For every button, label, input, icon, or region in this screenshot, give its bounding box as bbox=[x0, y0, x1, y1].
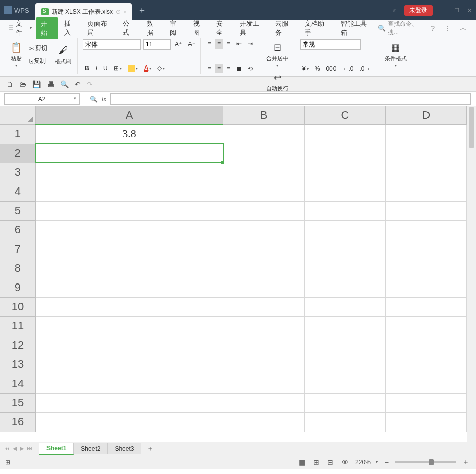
decrease-font-button[interactable]: A⁻ bbox=[186, 40, 197, 49]
print-icon[interactable]: 🖶 bbox=[47, 80, 54, 88]
comma-button[interactable]: 000 bbox=[324, 64, 338, 73]
tab-view[interactable]: 视图 bbox=[188, 17, 210, 39]
zoom-level[interactable]: 220% bbox=[355, 459, 371, 466]
row-header-5[interactable]: 5 bbox=[0, 201, 35, 220]
add-sheet-button[interactable]: ＋ bbox=[141, 444, 159, 453]
formula-input[interactable] bbox=[110, 93, 471, 105]
sheet-tab-3[interactable]: Sheet3 bbox=[108, 443, 141, 454]
wrap-text-button[interactable]: ↩ 自动换行 bbox=[263, 70, 292, 94]
row-header-1[interactable]: 1 bbox=[0, 124, 35, 144]
col-header-D[interactable]: D bbox=[386, 106, 467, 124]
command-search[interactable]: 🔍 查找命令、搜... bbox=[378, 20, 425, 37]
row-header-11[interactable]: 11 bbox=[0, 316, 35, 336]
row-header-2[interactable]: 2 bbox=[0, 144, 35, 163]
merge-center-button[interactable]: ⊟ 合并居中▾ bbox=[263, 39, 292, 70]
align-top-button[interactable]: ≡ bbox=[206, 39, 213, 49]
normal-view-icon[interactable]: ▦ bbox=[297, 458, 307, 466]
sheet-tab-1[interactable]: Sheet1 bbox=[39, 443, 74, 455]
print-preview-icon[interactable]: 🔍 bbox=[60, 80, 69, 88]
paste-button[interactable]: 📋 粘贴▾ bbox=[7, 39, 25, 70]
decrease-decimal-button[interactable]: .0→ bbox=[357, 64, 372, 73]
fill-color-button[interactable]: ▾ bbox=[126, 64, 140, 73]
tab-detach-icon[interactable]: ▫ bbox=[124, 8, 126, 15]
collapse-ribbon-icon[interactable]: ︿ bbox=[456, 24, 471, 33]
sheet-tab-2[interactable]: Sheet2 bbox=[74, 443, 108, 454]
select-all-corner[interactable] bbox=[0, 106, 35, 124]
cell-C1[interactable] bbox=[304, 124, 386, 144]
clear-format-button[interactable]: ◇▾ bbox=[155, 64, 167, 73]
col-header-A[interactable]: A bbox=[35, 106, 223, 124]
orientation-button[interactable]: ⟲ bbox=[246, 64, 255, 73]
increase-decimal-button[interactable]: ←.0 bbox=[340, 64, 355, 73]
save-icon[interactable]: 💾 bbox=[32, 80, 41, 88]
redo-icon[interactable]: ↷ bbox=[87, 80, 93, 88]
login-badge[interactable]: 未登录 bbox=[404, 5, 433, 16]
row-header-6[interactable]: 6 bbox=[0, 220, 35, 240]
new-icon[interactable]: 🗋 bbox=[6, 80, 13, 88]
cell-B1[interactable] bbox=[223, 124, 305, 144]
tab-review[interactable]: 审阅 bbox=[165, 17, 187, 39]
tab-home[interactable]: 开始 bbox=[36, 17, 58, 39]
more-icon[interactable]: ⋮ bbox=[440, 24, 455, 32]
zoom-out-button[interactable]: − bbox=[383, 458, 390, 466]
col-header-B[interactable]: B bbox=[223, 106, 305, 124]
increase-font-button[interactable]: A⁺ bbox=[173, 40, 184, 49]
font-name-select[interactable] bbox=[83, 39, 141, 50]
col-header-C[interactable]: C bbox=[304, 106, 386, 124]
row-header-3[interactable]: 3 bbox=[0, 163, 35, 182]
format-painter-button[interactable]: 🖌 格式刷 bbox=[52, 42, 74, 67]
row-header-12[interactable]: 12 bbox=[0, 336, 35, 355]
reading-view-icon[interactable]: 👁 bbox=[340, 458, 350, 466]
tab-cloud[interactable]: 云服务 bbox=[270, 17, 299, 39]
tab-smarttools[interactable]: 智能工具箱 bbox=[336, 17, 376, 39]
cell-A1[interactable]: 3.8 bbox=[35, 124, 223, 144]
number-format-select[interactable] bbox=[300, 39, 361, 50]
maximize-icon[interactable]: ☐ bbox=[454, 7, 459, 14]
row-header-13[interactable]: 13 bbox=[0, 355, 35, 374]
underline-button[interactable]: U bbox=[101, 64, 110, 73]
zoom-selection-icon[interactable]: 🔍 bbox=[90, 96, 98, 103]
currency-button[interactable]: ¥▾ bbox=[300, 64, 311, 73]
row-header-15[interactable]: 15 bbox=[0, 393, 35, 412]
row-header-16[interactable]: 16 bbox=[0, 412, 35, 432]
border-button[interactable]: ⊞▾ bbox=[112, 64, 124, 73]
name-box[interactable]: A2 bbox=[4, 93, 80, 105]
last-sheet-icon[interactable]: ⏭ bbox=[27, 445, 32, 452]
row-header-8[interactable]: 8 bbox=[0, 259, 35, 278]
conditional-format-button[interactable]: ▦ 条件格式▾ bbox=[382, 39, 410, 70]
font-color-button[interactable]: A▾ bbox=[142, 63, 154, 73]
row-header-10[interactable]: 10 bbox=[0, 297, 35, 316]
indent-decrease-button[interactable]: ⇤ bbox=[234, 39, 244, 49]
tab-menu-icon[interactable]: ⊙ bbox=[116, 8, 121, 15]
percent-button[interactable]: % bbox=[313, 64, 322, 73]
tab-security[interactable]: 安全 bbox=[211, 17, 233, 39]
next-sheet-icon[interactable]: ▶ bbox=[20, 445, 24, 452]
tab-dochelper[interactable]: 文档助手 bbox=[300, 17, 334, 39]
page-break-icon[interactable]: ⊟ bbox=[326, 458, 335, 466]
align-left-button[interactable]: ≡ bbox=[206, 64, 213, 73]
file-menu[interactable]: 文件 ▾ bbox=[5, 19, 35, 37]
indent-increase-button[interactable]: ⇥ bbox=[246, 39, 255, 49]
align-middle-button[interactable]: ≡ bbox=[215, 39, 223, 49]
tab-devtools[interactable]: 开发工具 bbox=[234, 17, 269, 39]
tab-insert[interactable]: 插入 bbox=[59, 17, 81, 39]
undo-icon[interactable]: ↶ bbox=[75, 80, 81, 88]
row-header-4[interactable]: 4 bbox=[0, 182, 35, 201]
bold-button[interactable]: B bbox=[83, 64, 91, 73]
vertical-scrollbar[interactable] bbox=[467, 106, 476, 442]
align-center-button[interactable]: ≡ bbox=[215, 64, 223, 73]
first-sheet-icon[interactable]: ⏮ bbox=[4, 445, 10, 452]
open-icon[interactable]: 🗁 bbox=[19, 80, 26, 88]
page-layout-icon[interactable]: ⊞ bbox=[312, 458, 321, 466]
zoom-slider[interactable] bbox=[395, 461, 456, 463]
cell-D1[interactable] bbox=[386, 124, 467, 144]
new-tab-button[interactable]: ＋ bbox=[138, 5, 146, 16]
row-header-14[interactable]: 14 bbox=[0, 374, 35, 393]
cell-B2[interactable] bbox=[223, 144, 305, 163]
cell-D2[interactable] bbox=[386, 144, 467, 163]
row-header-9[interactable]: 9 bbox=[0, 278, 35, 297]
close-icon[interactable]: ✕ bbox=[467, 7, 472, 14]
prev-sheet-icon[interactable]: ◀ bbox=[13, 445, 17, 452]
zoom-in-button[interactable]: ＋ bbox=[461, 458, 471, 467]
minimize-icon[interactable]: — bbox=[441, 7, 446, 13]
